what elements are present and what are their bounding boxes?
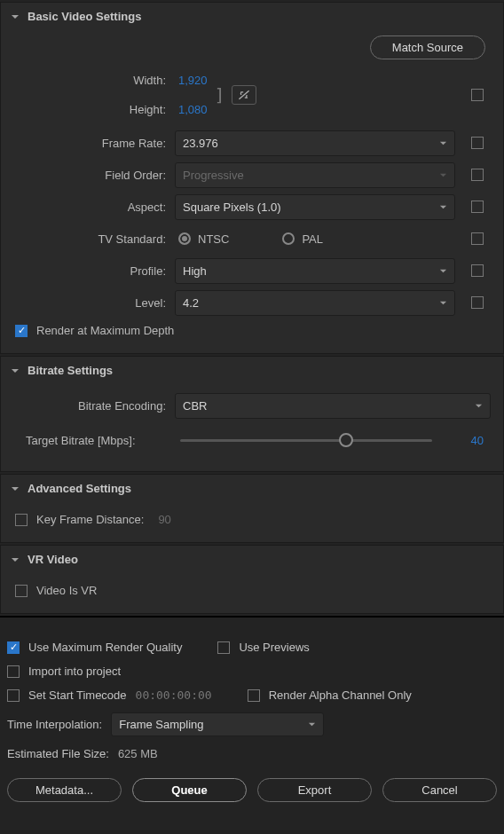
section-title: Basic Video Settings (28, 10, 141, 23)
aspect-checkbox[interactable] (471, 201, 484, 213)
render-alpha-checkbox[interactable] (248, 689, 260, 702)
estimated-size-label: Estimated File Size: (7, 747, 109, 760)
dimensions-checkbox[interactable] (471, 89, 484, 101)
import-project-label: Import into project (28, 665, 121, 678)
key-frame-distance-checkbox[interactable] (15, 514, 28, 526)
chevron-down-icon (439, 201, 447, 214)
target-bitrate-label: Target Bitrate [Mbps]: (26, 434, 166, 447)
estimated-size-value: 625 MB (118, 747, 158, 760)
pal-radio[interactable]: PAL (282, 232, 323, 246)
import-project-checkbox[interactable] (7, 665, 20, 678)
radio-dot-icon (282, 232, 295, 245)
export-button[interactable]: Export (257, 778, 372, 802)
chevron-down-icon[interactable] (10, 555, 20, 565)
chevron-down-icon (439, 296, 447, 310)
max-render-quality-checkbox[interactable] (7, 641, 20, 654)
render-max-depth-label: Render at Maximum Depth (36, 324, 174, 337)
vr-video-panel: VR Video Video Is VR (0, 545, 504, 614)
target-bitrate-slider[interactable] (180, 439, 432, 442)
height-label: Height: (26, 103, 166, 116)
level-dropdown[interactable]: 4.2 (175, 290, 455, 316)
video-is-vr-label: Video Is VR (36, 584, 97, 597)
time-interpolation-dropdown[interactable]: Frame Sampling (111, 712, 324, 736)
start-timecode-value[interactable]: 00:00:00:00 (136, 688, 212, 702)
time-interpolation-label: Time Interpolation: (7, 718, 102, 731)
chevron-down-icon[interactable] (10, 366, 20, 376)
use-previews-checkbox[interactable] (217, 641, 230, 654)
slider-thumb[interactable] (339, 433, 353, 447)
frame-rate-label: Frame Rate: (26, 137, 166, 150)
export-footer: Use Maximum Render Quality Use Previews … (0, 616, 504, 814)
chevron-down-icon (439, 137, 447, 150)
advanced-settings-panel: Advanced Settings Key Frame Distance: 90 (0, 474, 504, 543)
section-title: VR Video (28, 553, 78, 566)
bitrate-encoding-label: Bitrate Encoding: (26, 399, 166, 413)
level-label: Level: (26, 296, 166, 310)
chevron-down-icon (475, 399, 483, 413)
radio-dot-icon (178, 232, 191, 245)
target-bitrate-value[interactable]: 40 (446, 434, 491, 447)
cancel-button[interactable]: Cancel (382, 778, 497, 802)
metadata-button[interactable]: Metadata... (7, 778, 122, 802)
video-is-vr-checkbox[interactable] (15, 585, 28, 597)
frame-rate-checkbox[interactable] (471, 137, 484, 149)
tv-standard-label: TV Standard: (26, 232, 166, 246)
render-alpha-label: Render Alpha Channel Only (269, 688, 412, 702)
queue-button[interactable]: Queue (132, 778, 247, 802)
aspect-dropdown[interactable]: Square Pixels (1.0) (175, 194, 455, 220)
set-start-tc-label: Set Start Timecode (28, 688, 127, 702)
section-title: Bitrate Settings (28, 364, 113, 377)
bitrate-settings-panel: Bitrate Settings Bitrate Encoding: CBR T… (0, 356, 504, 472)
tv-standard-checkbox[interactable] (471, 232, 484, 245)
key-frame-distance-label: Key Frame Distance: (36, 513, 144, 526)
link-bracket: ] (215, 86, 223, 104)
height-value[interactable]: 1,080 (178, 103, 208, 116)
profile-label: Profile: (26, 264, 166, 278)
basic-video-settings-panel: Basic Video Settings Match Source Width:… (0, 2, 504, 354)
max-render-quality-label: Use Maximum Render Quality (28, 641, 182, 654)
match-source-button[interactable]: Match Source (370, 35, 485, 59)
bitrate-encoding-dropdown[interactable]: CBR (175, 393, 491, 419)
aspect-label: Aspect: (26, 201, 166, 214)
render-max-depth-checkbox[interactable] (15, 325, 28, 337)
field-order-dropdown[interactable]: Progressive (175, 162, 455, 188)
section-title: Advanced Settings (28, 482, 131, 495)
use-previews-label: Use Previews (239, 641, 309, 654)
width-value[interactable]: 1,920 (178, 74, 208, 87)
chevron-down-icon (308, 718, 316, 731)
chevron-down-icon (439, 169, 447, 182)
tv-standard-radios: NTSC PAL (175, 232, 455, 246)
set-start-tc-checkbox[interactable] (7, 689, 20, 702)
profile-dropdown[interactable]: High (175, 258, 455, 284)
chevron-down-icon[interactable] (10, 484, 20, 494)
field-order-label: Field Order: (26, 169, 166, 182)
chevron-down-icon (439, 264, 447, 278)
field-order-checkbox[interactable] (471, 169, 484, 181)
width-label: Width: (26, 74, 166, 87)
ntsc-radio[interactable]: NTSC (178, 232, 229, 246)
chevron-down-icon[interactable] (10, 12, 20, 22)
key-frame-distance-value: 90 (158, 513, 170, 526)
unlink-icon[interactable] (232, 85, 256, 105)
frame-rate-dropdown[interactable]: 23.976 (175, 130, 455, 156)
profile-checkbox[interactable] (471, 264, 484, 277)
level-checkbox[interactable] (471, 296, 484, 309)
